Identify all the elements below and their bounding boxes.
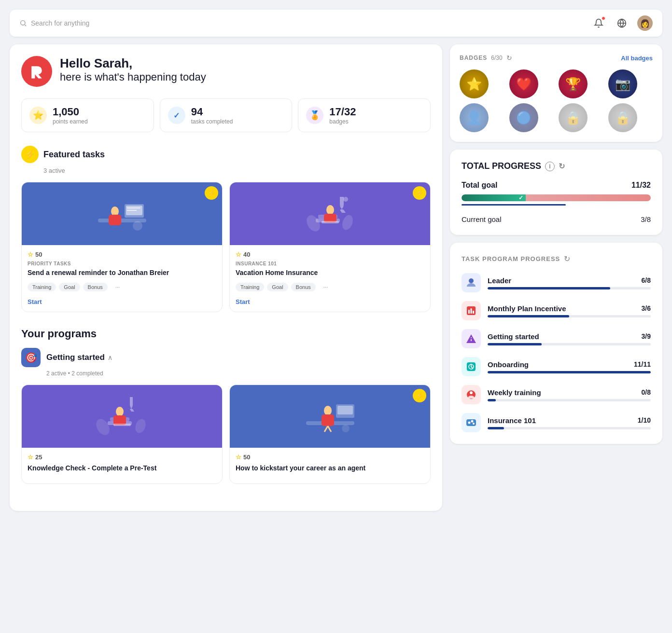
badges-card: BADGES 6/30 ↻ All badges ⭐ ❤️ 🏆 📷 👤 🔵 🔒 … xyxy=(450,44,662,142)
task-card-2-title: Vacation Home Insurance xyxy=(236,268,424,278)
svg-point-50 xyxy=(473,423,475,425)
task-card-2[interactable]: ⚡ ☆ 40 INSURANCE 101 Vacation Home Insur… xyxy=(229,182,431,312)
total-goal-label: Total goal xyxy=(462,181,497,190)
tag-bonus-1: Bonus xyxy=(83,283,108,291)
notification-badge xyxy=(602,16,605,20)
task-card-2-points: ☆ 40 xyxy=(236,251,424,258)
svg-point-49 xyxy=(471,420,474,423)
task-card-1-badge: ⚡ xyxy=(205,186,218,200)
prog-value-insurance: 1/10 xyxy=(638,416,651,424)
task-card-1-start[interactable]: Start xyxy=(28,298,42,305)
program-meta: 2 active • 2 completed xyxy=(46,370,431,377)
total-goal-bar-wrap: ✓ xyxy=(462,194,651,201)
prog-info-leader: Leader 6/8 xyxy=(488,276,651,289)
featured-subtitle: 3 active xyxy=(43,167,431,174)
tag-more-2: ··· xyxy=(319,283,333,291)
task-card-2-image: ⚡ xyxy=(230,182,430,245)
badge-gray2: 🔒 xyxy=(608,103,637,132)
greeting-name: Hello Sarah, xyxy=(60,56,206,71)
globe-icon xyxy=(617,18,627,28)
badge-gray1: 🔒 xyxy=(559,103,588,132)
task-card-1-body: ☆ 50 PRIORITY TASKS Send a renewal remin… xyxy=(22,245,222,312)
featured-title: Featured tasks xyxy=(43,150,105,160)
program-getting-started-header[interactable]: 🎯 Getting started ∧ xyxy=(21,348,431,367)
svg-point-28 xyxy=(324,406,332,415)
svg-point-34 xyxy=(342,425,350,432)
total-goal-row: Total goal 11/32 xyxy=(462,181,651,190)
task-card-1-points: ☆ 50 xyxy=(28,251,216,258)
search-bar[interactable]: Search for anything xyxy=(19,19,89,27)
svg-point-19 xyxy=(340,214,355,232)
current-goal-row: Current goal 3/8 xyxy=(462,215,651,223)
prog-bar-bg-insurance xyxy=(488,427,651,429)
prog-task-card-2-body: ☆ 50 How to kickstart your career as an … xyxy=(230,448,430,484)
prog-bar-bg-weekly xyxy=(488,399,651,401)
prog-header-weekly: Weekly training 0/8 xyxy=(488,388,651,397)
prog-header-insurance: Insurance 101 1/10 xyxy=(488,416,651,425)
prog-value-monthly: 3/6 xyxy=(642,304,651,312)
prog-task-1-points-val: 25 xyxy=(35,454,42,461)
prog-task-card-1[interactable]: ☆ 25 Knowledge Check - Complete a Pre-Te… xyxy=(21,385,223,484)
greeting-text: Hello Sarah, here is what's happening to… xyxy=(60,56,206,83)
task-card-1-bg xyxy=(22,182,222,245)
prog-task-2-points: ☆ 50 xyxy=(236,454,424,461)
svg-rect-41 xyxy=(471,339,472,341)
tag-training-1: Training xyxy=(28,283,56,291)
programs-title: Your programs xyxy=(21,328,431,340)
prog-task-card-1-body: ☆ 25 Knowledge Check - Complete a Pre-Te… xyxy=(22,448,222,484)
leader-icon xyxy=(465,277,477,289)
stat-points: ⭐ 1,050 points earned xyxy=(21,98,154,132)
program-icon: 🎯 xyxy=(21,348,41,367)
badges-title: BADGES xyxy=(460,55,487,61)
insurance-icon xyxy=(465,417,477,428)
prog-icon-weekly xyxy=(462,385,481,404)
task-card-1-image: ⚡ xyxy=(22,182,222,245)
svg-point-35 xyxy=(469,278,474,283)
info-icon[interactable]: i xyxy=(545,162,555,171)
prog-bar-onboarding xyxy=(488,371,651,373)
badge-red-heart: ❤️ xyxy=(509,69,538,98)
task-card-1[interactable]: ⚡ ☆ 50 PRIORITY TASKS Send a renewal rem… xyxy=(21,182,223,312)
prog-header-getting-started: Getting started 3/9 xyxy=(488,332,651,341)
points-value: 1,050 xyxy=(53,106,88,118)
total-goal-value: 11/32 xyxy=(631,181,651,190)
prog-name-insurance: Insurance 101 xyxy=(488,416,536,425)
task-card-2-start[interactable]: Start xyxy=(236,298,250,305)
weekly-icon xyxy=(465,389,477,400)
badge-gold-star: ⭐ xyxy=(460,69,489,98)
task-card-2-illustration xyxy=(301,190,359,238)
badges-value: 17/32 xyxy=(329,106,356,118)
svg-point-0 xyxy=(21,21,25,25)
prog-item-onboarding: Onboarding 11/11 xyxy=(462,357,651,376)
featured-tasks-row: ⚡ ☆ 50 PRIORITY TASKS Send a renewal rem… xyxy=(21,182,431,312)
prog-task-card-2-bg xyxy=(230,385,430,448)
svg-point-14 xyxy=(326,205,334,215)
prog-value-onboarding: 11/11 xyxy=(634,360,651,368)
top-navigation: Search for anything 👩 xyxy=(10,10,662,37)
total-progress-refresh[interactable]: ↻ xyxy=(559,162,565,171)
svg-rect-6 xyxy=(109,215,121,225)
prog-info-getting-started: Getting started 3/9 xyxy=(488,332,651,345)
prog-bar-weekly xyxy=(488,399,496,401)
all-badges-link[interactable]: All badges xyxy=(621,55,653,62)
avatar-button[interactable]: 👩 xyxy=(637,15,653,31)
prog-task-card-2[interactable]: ⚡ ☆ 50 How to kickstart your career as a… xyxy=(229,385,431,484)
total-goal-underline xyxy=(462,204,566,206)
prog-task-card-1-bg xyxy=(22,385,222,448)
task-prog-title-text: TASK PROGRAM PROGRESS xyxy=(462,255,560,262)
task-prog-refresh[interactable]: ↻ xyxy=(564,254,570,263)
tag-goal-2: Goal xyxy=(267,283,288,291)
prog-name-weekly: Weekly training xyxy=(488,388,541,397)
prog-item-insurance: Insurance 101 1/10 xyxy=(462,413,651,432)
points-icon: ⭐ xyxy=(29,107,47,124)
badges-refresh-icon[interactable]: ↻ xyxy=(506,54,512,62)
prog-value-getting-started: 3/9 xyxy=(642,332,651,340)
badge-blue2: 🔵 xyxy=(509,103,538,132)
task-card-1-tags: Training Goal Bonus ··· xyxy=(28,283,216,291)
task-card-2-body: ☆ 40 INSURANCE 101 Vacation Home Insuran… xyxy=(230,245,430,312)
notification-button[interactable] xyxy=(591,15,606,31)
globe-button[interactable] xyxy=(614,15,630,31)
prog-value-leader: 6/8 xyxy=(642,276,651,284)
monthly-icon xyxy=(465,305,477,316)
badge-trophy: 🏆 xyxy=(559,69,588,98)
